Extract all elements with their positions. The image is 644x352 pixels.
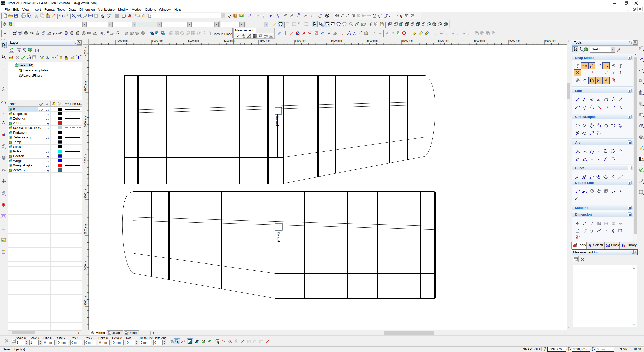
svg-text:WP: WP (196, 340, 199, 341)
svg-text:Y: Y (568, 349, 570, 351)
svg-text:3300 mm: 3300 mm (84, 295, 87, 306)
svg-text:8300 mm: 8300 mm (259, 39, 270, 42)
svg-text:}: } (38, 48, 39, 52)
svg-text:Z: Z (592, 349, 593, 351)
svg-text:9100 mm: 9100 mm (545, 39, 556, 42)
svg-text:A: A (2, 120, 5, 125)
svg-text:A: A (375, 13, 377, 16)
svg-text:8900 mm: 8900 mm (474, 39, 485, 42)
svg-text:4000 mm: 4000 mm (84, 45, 87, 56)
svg-text:?: ? (230, 13, 231, 16)
svg-text:3400 mm: 3400 mm (84, 259, 87, 270)
svg-text:Q: Q (400, 14, 402, 18)
svg-text:D: D (386, 13, 388, 16)
svg-text:3900 mm: 3900 mm (84, 80, 87, 92)
svg-text:A: A (249, 34, 250, 36)
svg-text:R: R (381, 13, 382, 16)
svg-text:3700 mm: 3700 mm (84, 152, 87, 163)
svg-text:Y: Y (125, 14, 126, 15)
svg-text:8000 mm: 8000 mm (152, 39, 163, 42)
svg-text:3D: 3D (107, 31, 109, 33)
svg-text:8100 mm: 8100 mm (188, 39, 199, 42)
svg-text:9000 mm: 9000 mm (509, 39, 520, 42)
svg-text:8500 mm: 8500 mm (331, 39, 342, 42)
svg-text:X: X (544, 349, 545, 351)
svg-text:3500 mm: 3500 mm (84, 223, 87, 234)
svg-text:8600 mm: 8600 mm (367, 39, 378, 42)
svg-text:3600 mm: 3600 mm (84, 188, 87, 199)
svg-text:{: { (35, 48, 36, 52)
svg-text:8400 mm: 8400 mm (295, 39, 306, 42)
svg-text:30: 30 (112, 33, 114, 34)
svg-text:3800 mm: 3800 mm (84, 116, 87, 127)
svg-text:CP: CP (202, 340, 205, 341)
svg-text:{: { (18, 69, 20, 72)
svg-text:3D: 3D (117, 31, 119, 33)
svg-text:F: F (210, 339, 211, 341)
svg-text:8700 mm: 8700 mm (402, 39, 413, 42)
svg-text:8200 mm: 8200 mm (224, 39, 235, 42)
svg-text:7900 mm: 7900 mm (116, 39, 128, 42)
svg-text:*: * (80, 55, 82, 58)
svg-text:2017: 2017 (1, 2, 5, 4)
svg-text:ABC: ABC (107, 14, 112, 16)
svg-text:4: 4 (262, 340, 263, 341)
svg-text:8800 mm: 8800 mm (438, 39, 449, 42)
svg-text:Zastrzał: Zastrzał (277, 232, 280, 242)
